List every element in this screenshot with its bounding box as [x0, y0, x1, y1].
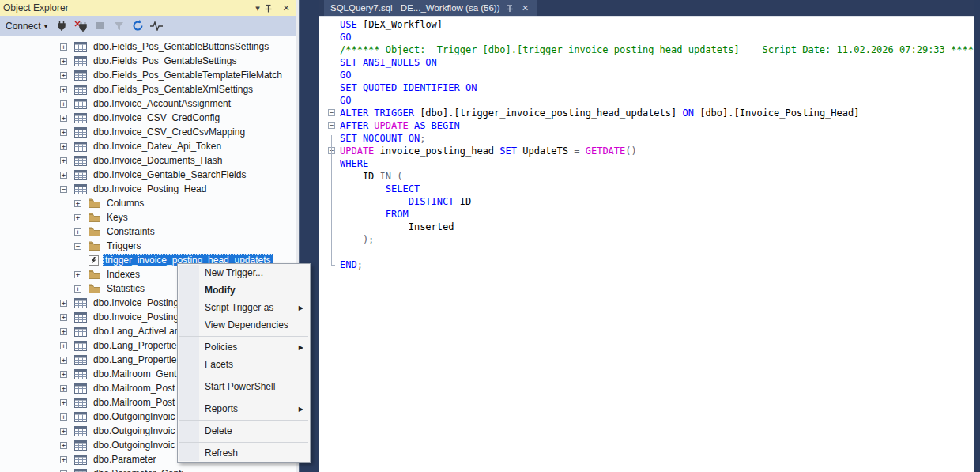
tree-item[interactable]: −dbo.Invoice_Posting_Head	[0, 182, 296, 196]
menu-item-script-trigger-as[interactable]: Script Trigger as▶	[178, 299, 310, 316]
tree-item-label[interactable]: dbo.Mailroom_Post	[91, 382, 177, 395]
expand-toggle-icon[interactable]: +	[60, 314, 67, 321]
tree-item-label[interactable]: dbo.OutgoingInvoic	[91, 439, 177, 451]
expand-toggle-icon[interactable]: +	[74, 214, 81, 221]
expand-toggle-icon[interactable]: +	[60, 442, 67, 449]
tree-item[interactable]: +dbo.Fields_Pos_GentableButtonsSettings	[0, 40, 296, 54]
tree-item[interactable]: +Keys	[0, 210, 296, 225]
tree-item-label[interactable]: Constraints	[104, 225, 157, 238]
sql-editor[interactable]: USE [DEX_Workflow]GO/****** Object: Trig…	[319, 16, 974, 472]
expand-toggle-icon[interactable]: +	[60, 456, 67, 463]
tree-item-label[interactable]: dbo.Lang_Propertie	[91, 339, 179, 352]
menu-item-new-trigger[interactable]: New Trigger...	[178, 264, 310, 281]
expand-toggle-icon[interactable]: +	[60, 58, 67, 65]
tree-item[interactable]: +dbo.Parameter_Confi	[0, 466, 296, 472]
tree-item-label[interactable]: dbo.Invoice_AccountAssignment	[91, 97, 233, 110]
collapse-region-icon[interactable]: −	[328, 122, 335, 129]
expand-toggle-icon[interactable]: +	[60, 300, 67, 307]
expand-toggle-icon[interactable]: +	[60, 342, 67, 349]
tree-item-label[interactable]: dbo.Fields_Pos_GentableXmlSettings	[91, 83, 255, 96]
tree-item-label[interactable]: dbo.Invoice_Posting	[91, 311, 181, 323]
tree-item-label[interactable]: dbo.Lang_Propertie	[91, 353, 179, 366]
activity-monitor-icon[interactable]	[149, 18, 164, 34]
expand-toggle-icon[interactable]: +	[74, 228, 81, 236]
tree-item-label[interactable]: dbo.Mailroom_Gent	[91, 368, 179, 380]
menu-item-refresh[interactable]: Refresh	[178, 444, 310, 462]
menu-item-view-dependencies[interactable]: View Dependencies	[178, 316, 310, 334]
expand-toggle-icon[interactable]: +	[60, 86, 67, 93]
tree-item-label[interactable]: dbo.Fields_Pos_GentableSettings	[91, 55, 239, 67]
tree-item-label[interactable]: dbo.Parameter	[91, 453, 158, 466]
tree-item-label[interactable]: dbo.Invoice_Documents_Hash	[91, 154, 224, 167]
expand-toggle-icon[interactable]: +	[60, 399, 67, 406]
tree-item-label[interactable]: dbo.Fields_Pos_GentableButtonsSettings	[91, 40, 271, 53]
menu-item-start-powershell[interactable]: Start PowerShell	[178, 378, 310, 395]
connect-plug-icon[interactable]	[54, 18, 70, 34]
tree-item[interactable]: +dbo.Invoice_Gentable_SearchFields	[0, 168, 296, 182]
expand-toggle-icon[interactable]: +	[60, 157, 67, 164]
tree-item-label[interactable]: dbo.Lang_ActiveLan	[91, 325, 182, 338]
tree-item[interactable]: +dbo.Invoice_Documents_Hash	[0, 153, 296, 168]
expand-toggle-icon[interactable]: +	[60, 328, 67, 335]
collapse-region-icon[interactable]: −	[328, 109, 335, 116]
expand-toggle-icon[interactable]: +	[60, 129, 67, 136]
tree-item[interactable]: +Constraints	[0, 225, 296, 239]
menu-item-policies[interactable]: Policies▶	[178, 338, 310, 356]
tree-item-label[interactable]: dbo.Invoice_Gentable_SearchFields	[91, 168, 248, 181]
menu-item-reports[interactable]: Reports▶	[178, 400, 310, 417]
tree-item[interactable]: +dbo.Invoice_CSV_CredCsvMapping	[0, 125, 296, 139]
pin-icon[interactable]	[265, 4, 279, 13]
tree-item[interactable]: +dbo.Fields_Pos_GentableSettings	[0, 54, 296, 68]
expand-toggle-icon[interactable]: −	[60, 186, 67, 193]
connect-button[interactable]: Connect ▾	[2, 19, 51, 33]
tree-item-label[interactable]: dbo.Mailroom_Post	[91, 396, 177, 409]
expand-toggle-icon[interactable]: +	[60, 428, 67, 435]
expand-toggle-icon[interactable]: +	[74, 285, 81, 293]
tree-item-label[interactable]: Indexes	[104, 268, 142, 281]
object-explorer-titlebar[interactable]: Object Explorer ▾ ✕	[0, 0, 296, 16]
tree-item-label[interactable]: dbo.Invoice_CSV_CredConfig	[91, 111, 222, 124]
tree-item[interactable]: −Triggers	[0, 239, 296, 253]
expand-toggle-icon[interactable]: +	[74, 271, 81, 278]
close-icon[interactable]: ✕	[521, 3, 530, 13]
tree-item[interactable]: +dbo.Invoice_Datev_Api_Token	[0, 139, 296, 153]
tree-item-label[interactable]: dbo.Invoice_Posting_Head	[91, 183, 209, 195]
tree-item-label[interactable]: dbo.Fields_Pos_GentableTemplateFileMatch	[91, 69, 285, 81]
refresh-icon[interactable]	[130, 18, 145, 34]
chevron-down-icon[interactable]: ▾	[251, 3, 265, 13]
expand-toggle-icon[interactable]: +	[60, 413, 67, 421]
expand-toggle-icon[interactable]: −	[74, 243, 81, 250]
tree-item[interactable]: +dbo.Fields_Pos_GentableXmlSettings	[0, 82, 296, 96]
menu-item-facets[interactable]: Facets	[178, 356, 310, 373]
expand-toggle-icon[interactable]: +	[60, 43, 67, 51]
tree-item-label[interactable]: Triggers	[104, 240, 144, 252]
tree-item-label[interactable]: dbo.Invoice_Datev_Api_Token	[91, 140, 224, 153]
expand-toggle-icon[interactable]: +	[60, 385, 67, 392]
tree-item[interactable]: +dbo.Invoice_CSV_CredConfig	[0, 111, 296, 125]
tree-item-label[interactable]: dbo.Invoice_Posting	[91, 296, 181, 309]
expand-toggle-icon[interactable]: +	[60, 172, 67, 179]
expand-toggle-icon[interactable]: +	[60, 371, 67, 378]
tree-item-label[interactable]: Keys	[104, 211, 130, 224]
expand-toggle-icon[interactable]: +	[60, 115, 67, 122]
expand-toggle-icon[interactable]: +	[74, 200, 81, 207]
expand-toggle-icon[interactable]: +	[60, 72, 67, 79]
disconnect-plug-icon[interactable]	[73, 18, 89, 34]
tree-item-label[interactable]: dbo.Parameter_Confi	[91, 467, 186, 472]
menu-item-modify[interactable]: Modify	[178, 281, 310, 299]
expand-toggle-icon[interactable]: +	[60, 357, 67, 364]
menu-item-delete[interactable]: Delete	[178, 422, 310, 440]
pin-icon[interactable]	[506, 4, 515, 13]
tree-item[interactable]: +dbo.Fields_Pos_GentableTemplateFileMatc…	[0, 68, 296, 82]
tree-item-label[interactable]: dbo.Invoice_CSV_CredCsvMapping	[91, 126, 247, 138]
expand-toggle-icon[interactable]: +	[60, 143, 67, 150]
tree-item-label[interactable]: dbo.OutgoingInvoic	[91, 410, 177, 423]
tree-item-label[interactable]: Columns	[104, 197, 146, 210]
tree-item-label[interactable]: Statistics	[104, 282, 147, 295]
tree-item-label[interactable]: dbo.OutgoingInvoic	[91, 425, 177, 437]
tree-item[interactable]: +dbo.Invoice_AccountAssignment	[0, 96, 296, 111]
expand-toggle-icon[interactable]: +	[60, 100, 67, 108]
tree-item[interactable]: +Columns	[0, 196, 296, 210]
close-icon[interactable]: ✕	[279, 3, 293, 13]
document-tab[interactable]: SQLQuery7.sql - DE..._Workflow (sa (56))…	[324, 0, 537, 16]
